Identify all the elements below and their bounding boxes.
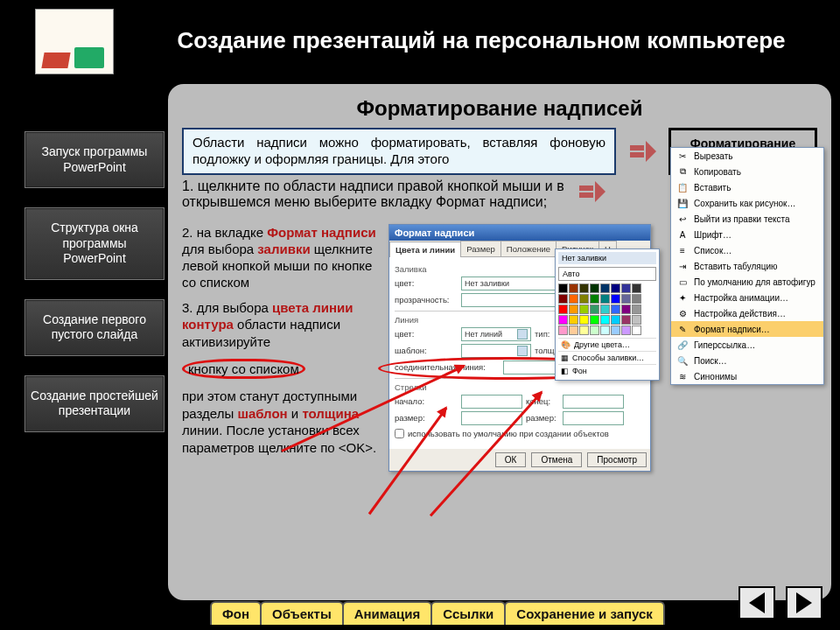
palette-background[interactable]: ◧Фон <box>558 364 656 377</box>
palette-swatch[interactable] <box>579 315 589 325</box>
checkbox-icon[interactable] <box>395 429 404 438</box>
sidebar-item-window-structure[interactable]: Структура окна программы PowerPoint <box>24 207 164 280</box>
step1-format-caption: Формат надписи <box>436 194 543 209</box>
triangle-left-icon <box>749 592 765 613</box>
field-line-color[interactable]: Нет линий <box>461 327 531 341</box>
tail-e: линии. После уста­новки всех параметров … <box>182 423 376 455</box>
context-menu-item[interactable]: 💾Сохранить как рисунок… <box>671 195 823 211</box>
field-arrow-start[interactable] <box>461 395 522 409</box>
context-menu-item[interactable]: ⧉Копировать <box>671 164 823 179</box>
palette-swatch[interactable] <box>632 284 641 293</box>
lbl-template: шаблон: <box>395 346 458 355</box>
palette-nofill[interactable]: Нет заливки <box>558 252 656 264</box>
tab-background[interactable]: Фон <box>210 601 262 625</box>
palette-swatch[interactable] <box>579 326 589 335</box>
palette-swatch[interactable] <box>558 326 568 335</box>
menu-item-icon: A <box>676 228 689 241</box>
palette-swatch[interactable] <box>600 294 610 304</box>
context-menu-item[interactable]: ≡Список… <box>671 242 823 258</box>
palette-swatch[interactable] <box>579 284 589 293</box>
menu-item-label: Копировать <box>694 167 741 177</box>
context-menu-item[interactable]: 📋Вставить <box>671 179 823 195</box>
context-menu-item[interactable]: 🔗Гиперссылка… <box>671 337 823 353</box>
palette-swatch[interactable] <box>558 315 568 325</box>
palette-auto[interactable]: Авто <box>558 267 656 281</box>
palette-swatch[interactable] <box>569 315 578 325</box>
tab-size[interactable]: Размер <box>460 241 501 256</box>
cancel-button[interactable]: Отмена <box>531 452 582 467</box>
sidebar-item-simple-presentation[interactable]: Создание простейшей презентации <box>24 375 164 432</box>
context-menu-item[interactable]: ✎Формат надписи… <box>671 321 823 337</box>
palette-swatch[interactable] <box>569 294 578 304</box>
palette-swatch[interactable] <box>600 304 610 314</box>
palette-swatch[interactable] <box>611 294 620 304</box>
palette-swatch[interactable] <box>590 326 599 335</box>
lbl-arrow-size2: размер: <box>526 413 559 423</box>
palette-swatch[interactable] <box>621 326 631 335</box>
palette-swatch[interactable] <box>632 326 641 335</box>
palette-swatch[interactable] <box>569 304 578 314</box>
step1-text-e: ; <box>543 194 547 209</box>
context-menu-item[interactable]: AШрифт… <box>671 227 823 242</box>
tab-objects[interactable]: Объекты <box>260 601 344 625</box>
palette-swatch[interactable] <box>590 284 599 293</box>
palette-swatch[interactable] <box>558 294 568 304</box>
nav-next-button[interactable] <box>786 586 822 620</box>
palette-swatch[interactable] <box>621 315 631 325</box>
palette-swatch[interactable] <box>558 284 568 293</box>
palette-swatch[interactable] <box>632 315 641 325</box>
palette-swatch[interactable] <box>590 315 599 325</box>
palette-swatch[interactable] <box>632 294 641 304</box>
palette-swatch[interactable] <box>611 315 620 325</box>
palette-swatch[interactable] <box>621 284 631 293</box>
palette-swatch[interactable] <box>590 294 599 304</box>
step2-fill: заливки <box>257 242 310 256</box>
palette-swatch[interactable] <box>600 284 610 293</box>
palette-swatch[interactable] <box>611 326 620 335</box>
context-menu-item[interactable]: ≋Синонимы <box>671 368 823 384</box>
palette-swatch[interactable] <box>558 304 568 314</box>
palette-more-colors[interactable]: 🎨Другие цвета… <box>558 338 656 351</box>
palette-swatch[interactable] <box>600 326 610 335</box>
tab-position[interactable]: Положение <box>500 241 556 256</box>
tab-animation[interactable]: Анимация <box>342 601 433 625</box>
palette-swatch[interactable] <box>611 284 620 293</box>
palette-swatch[interactable] <box>590 304 599 314</box>
palette-swatch[interactable] <box>569 326 578 335</box>
field-arrow-size2[interactable] <box>563 411 624 425</box>
tab-colors-lines[interactable]: Цвета и линии <box>389 242 461 257</box>
nav-prev-button[interactable] <box>738 586 775 620</box>
palette-swatch[interactable] <box>611 304 620 314</box>
palette-swatch[interactable] <box>579 304 589 314</box>
tab-save-run[interactable]: Сохранение и запуск <box>504 601 665 625</box>
context-menu-item[interactable]: ✦Настройка анимации… <box>671 290 823 305</box>
context-menu-item[interactable]: ⇥Вставить табуляцию <box>671 258 823 274</box>
preview-button[interactable]: Просмотр <box>587 452 647 467</box>
chk-default[interactable]: использовать по умолчанию при создании о… <box>395 429 645 438</box>
palette-swatch[interactable] <box>569 284 578 293</box>
context-menu-item[interactable]: ⚙Настройка действия… <box>671 305 823 321</box>
palette-swatch[interactable] <box>600 315 610 325</box>
tab-links[interactable]: Ссылки <box>430 601 506 625</box>
ok-button[interactable]: ОК <box>495 452 527 467</box>
context-menu-item[interactable]: ✂Вырезать <box>671 148 823 164</box>
context-menu-item[interactable]: 🔍Поиск… <box>671 353 823 368</box>
palette-swatch[interactable] <box>621 304 631 314</box>
field-template[interactable] <box>461 344 531 358</box>
field-arrow-end[interactable] <box>563 395 624 409</box>
context-menu-item[interactable]: ↩Выйти из правки текста <box>671 211 823 227</box>
context-menu-item[interactable]: ▭По умолчанию для автофигур <box>671 274 823 290</box>
sidebar-item-launch[interactable]: Запуск программы PowerPoint <box>24 131 164 188</box>
palette-fill-ways[interactable]: ▦Способы заливки… <box>558 351 656 364</box>
palette-grid[interactable] <box>558 284 656 335</box>
step1-right-click: правой кноп­кой мыши <box>397 178 541 193</box>
menu-item-label: Вставить табуляцию <box>694 262 778 271</box>
sidebar-item-first-slide[interactable]: Создание первого пустого слайда <box>24 299 164 356</box>
lbl-arrow-start: начало: <box>395 396 458 406</box>
palette-swatch[interactable] <box>632 304 641 314</box>
step2-format-caption: Формат надписи <box>267 225 375 240</box>
menu-item-icon: ✎ <box>676 323 689 335</box>
lbl-line-color: цвет: <box>395 329 458 339</box>
palette-swatch[interactable] <box>621 294 631 304</box>
palette-swatch[interactable] <box>579 294 589 304</box>
